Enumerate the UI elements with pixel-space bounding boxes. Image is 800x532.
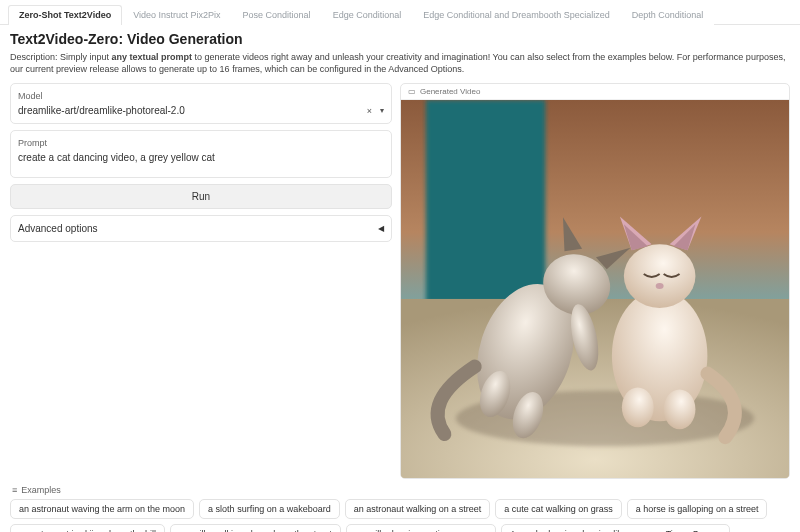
generated-video[interactable] (401, 100, 789, 478)
svg-point-11 (656, 283, 664, 289)
svg-point-10 (624, 245, 696, 309)
desc-bold: any textual prompt (112, 52, 193, 62)
svg-point-12 (622, 388, 654, 428)
generated-video-panel: ▭ Generated Video (400, 83, 790, 479)
advanced-options-label: Advanced options (18, 223, 98, 234)
tab-3[interactable]: Edge Conditional (322, 5, 413, 25)
tabs-bar: Zero-Shot Text2VideoVideo Instruct Pix2P… (0, 4, 800, 25)
examples-label: Examples (21, 485, 61, 495)
tab-0[interactable]: Zero-Shot Text2Video (8, 5, 122, 25)
example-chip-8[interactable]: A panda dancing dancing like crazy on Ti… (501, 524, 731, 532)
advanced-collapse-icon: ◀ (378, 224, 384, 233)
model-clear-icon[interactable]: × (367, 106, 372, 116)
description: Description: Simply input any textual pr… (10, 51, 790, 75)
video-header-label: Generated Video (420, 87, 480, 96)
examples-row: an astronaut waving the arm on the moona… (10, 499, 790, 532)
tab-1[interactable]: Video Instruct Pix2Pix (122, 5, 231, 25)
model-input[interactable] (18, 105, 367, 116)
video-icon: ▭ (408, 87, 416, 96)
run-button[interactable]: Run (10, 184, 392, 209)
tab-2[interactable]: Pose Conditional (232, 5, 322, 25)
prompt-label: Prompt (18, 138, 384, 148)
main-content: Text2Video-Zero: Video Generation Descri… (0, 25, 800, 532)
svg-point-13 (664, 390, 696, 430)
prompt-panel: Prompt (10, 130, 392, 178)
model-dropdown-icon[interactable]: ▾ (380, 106, 384, 115)
examples-header: ≡ Examples (12, 485, 790, 495)
tab-5[interactable]: Depth Conditional (621, 5, 715, 25)
example-chip-1[interactable]: a sloth surfing on a wakeboard (199, 499, 340, 519)
model-label: Model (18, 91, 384, 101)
model-panel: Model × ▾ (10, 83, 392, 124)
example-chip-2[interactable]: an astronaut walking on a street (345, 499, 491, 519)
tab-4[interactable]: Edge Conditional and Dreambooth Speciali… (412, 5, 621, 25)
example-chip-7[interactable]: a gorilla dancing on times square (346, 524, 496, 532)
example-chip-4[interactable]: a horse is galloping on a street (627, 499, 768, 519)
advanced-options-panel[interactable]: Advanced options ◀ (10, 215, 392, 242)
example-chip-5[interactable]: an astronaut is skiing down the hill (10, 524, 165, 532)
examples-icon: ≡ (12, 485, 17, 495)
example-chip-6[interactable]: a gorilla walking alone down the street (170, 524, 341, 532)
page-title: Text2Video-Zero: Video Generation (10, 31, 790, 47)
example-chip-3[interactable]: a cute cat walking on grass (495, 499, 622, 519)
desc-prefix: Description: Simply input (10, 52, 112, 62)
example-chip-0[interactable]: an astronaut waving the arm on the moon (10, 499, 194, 519)
prompt-input[interactable] (18, 152, 384, 168)
